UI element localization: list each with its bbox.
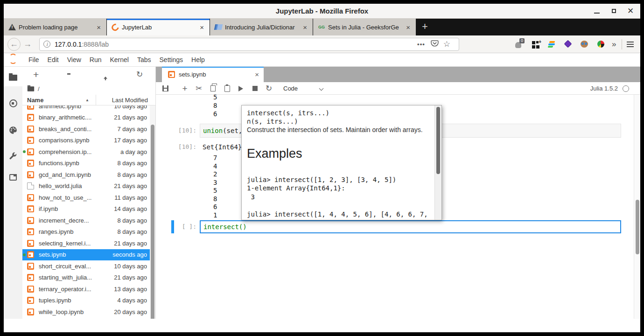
file-row[interactable]: comparisons.ipynb17 days ago <box>22 135 155 147</box>
menu-help[interactable]: Help <box>187 56 209 63</box>
file-name: comprehension.ip... <box>39 148 120 155</box>
menu-kernel[interactable]: Kernel <box>105 56 133 63</box>
column-name[interactable]: Name <box>27 97 43 104</box>
sort-ascending-icon[interactable]: ▲ <box>85 98 89 102</box>
file-modified: 8 days ago <box>117 217 147 224</box>
hamburger-menu-icon[interactable] <box>627 40 634 49</box>
property-inspector-icon[interactable] <box>4 152 22 161</box>
file-row[interactable]: gcd_and_lcm.ipynb8 days ago <box>22 169 155 181</box>
maximize-button[interactable] <box>609 6 619 16</box>
column-last-modified[interactable]: Last Modified <box>112 97 148 104</box>
browser-tab[interactable]: JupyterLab× <box>107 19 210 35</box>
close-tab-icon[interactable]: × <box>301 23 309 31</box>
close-tab-icon[interactable]: × <box>198 23 206 31</box>
save-button[interactable] <box>160 82 171 95</box>
browser-tab[interactable]: GGSets in Julia - GeeksforGe× <box>313 19 416 35</box>
file-list-scrollbar-thumb[interactable] <box>151 125 154 319</box>
file-row[interactable]: while.ipynb14 days ago <box>22 318 155 319</box>
file-row[interactable]: short_circuit_eval...10 days ago <box>22 260 155 272</box>
toolbar-separator <box>622 39 622 49</box>
add-cell-button[interactable]: + <box>179 82 190 95</box>
file-browser-tab-icon[interactable] <box>4 75 22 81</box>
kernel-running-dot <box>23 219 26 222</box>
breadcrumb-root[interactable]: / <box>38 85 40 92</box>
notebook-content: 586 [10]: union(set, [10]: Set{Int64} 74… <box>156 95 640 319</box>
menu-settings[interactable]: Settings <box>155 56 188 63</box>
browser-tab[interactable]: Problem loading page× <box>4 19 106 35</box>
file-row[interactable]: breaks_and_conti...7 days ago <box>22 123 155 135</box>
file-row[interactable]: sets.ipynbseconds ago <box>22 249 155 261</box>
file-row[interactable]: binary_arithmetic....21 days ago <box>22 112 155 124</box>
url-bar[interactable]: i 127.0.0.1 :8888/lab ••• ☆ <box>39 38 459 51</box>
file-row[interactable]: how_not_to_use_...11 days ago <box>22 192 155 203</box>
notebook-icon <box>27 240 34 247</box>
refresh-button[interactable]: ↻ <box>136 71 143 78</box>
back-button[interactable]: ← <box>7 38 21 51</box>
file-row[interactable]: selecting_kernel.i...21 days ago <box>22 238 155 249</box>
extension-badge-icon[interactable]: 0 <box>515 40 524 49</box>
notebook-tab[interactable]: sets.ipynb × <box>162 67 264 82</box>
open-tabs-icon[interactable] <box>4 174 22 181</box>
documentation-tooltip: intersect(s, itrs...) ∩(s, itrs...) Cons… <box>241 105 442 220</box>
extension-monkey-icon[interactable] <box>581 40 589 49</box>
notebook-scrollbar-thumb[interactable] <box>636 200 639 254</box>
menu-file[interactable]: File <box>24 56 43 63</box>
file-row[interactable]: tuples.ipynb4 days ago <box>22 295 155 307</box>
tooltip-scrollbar-thumb[interactable] <box>436 107 440 174</box>
pocket-icon[interactable] <box>431 39 443 49</box>
bookmark-star-icon[interactable]: ☆ <box>443 39 450 49</box>
extension-grid-icon[interactable]: + <box>532 40 540 49</box>
minimize-button[interactable] <box>592 6 602 16</box>
page-actions-icon[interactable]: ••• <box>417 41 425 48</box>
copy-cells-button[interactable] <box>207 82 218 95</box>
menu-tabs[interactable]: Tabs <box>133 56 155 63</box>
close-tab-icon[interactable]: × <box>404 23 412 31</box>
chevron-down-icon[interactable] <box>319 86 324 91</box>
cut-cells-button[interactable]: ✂ <box>193 82 204 95</box>
file-modified: 21 days ago <box>114 182 147 189</box>
file-row[interactable]: hello_world.julia21 days ago <box>22 181 155 192</box>
kernel-name[interactable]: Julia 1.5.2 <box>590 85 618 92</box>
titlebar: JupyterLab - Mozilla Firefox ✕ <box>4 4 640 19</box>
file-row[interactable]: while_loop.ipynb20 days ago <box>22 306 155 318</box>
restart-kernel-button[interactable]: ↻ <box>263 82 274 95</box>
file-row[interactable]: if.ipynb14 days ago <box>22 203 155 215</box>
browser-tab[interactable]: Introducing Julia/Dictionar× <box>210 19 313 35</box>
menu-edit[interactable]: Edit <box>43 56 63 63</box>
tooltip-heading: Examples <box>247 147 430 161</box>
kernel-running-dot <box>23 105 26 107</box>
file-row[interactable]: functions.ipynb8 days ago <box>22 158 155 169</box>
extension-diamond-icon[interactable] <box>564 40 573 49</box>
command-palette-icon[interactable] <box>4 126 22 134</box>
extension-swirl-icon[interactable] <box>597 40 605 49</box>
notebook-icon <box>27 171 34 178</box>
new-tab-button[interactable]: + <box>416 19 434 35</box>
stop-button[interactable] <box>249 82 260 95</box>
notebook-main-area: sets.ipynb × + ✂ ↻ Code Julia <box>156 67 640 319</box>
file-list-header: Name ▲ Last Modified <box>22 95 155 105</box>
file-row[interactable]: comprehension.ip...a day ago <box>22 146 155 158</box>
site-info-icon[interactable]: i <box>43 41 50 48</box>
forward-button[interactable]: → <box>21 38 35 51</box>
file-row[interactable]: ternary_operator.i...13 days ago <box>22 283 155 295</box>
root-folder-icon[interactable] <box>28 86 34 91</box>
extension-stripes-icon[interactable] <box>548 40 556 49</box>
file-row[interactable]: increment_decre...8 days ago <box>22 215 155 226</box>
running-sessions-icon[interactable] <box>4 99 22 107</box>
file-row[interactable]: starting_with_julia...21 days ago <box>22 272 155 284</box>
close-button[interactable]: ✕ <box>625 6 636 16</box>
menu-view[interactable]: View <box>63 56 85 63</box>
file-row[interactable]: ranges.ipynb8 days ago <box>22 226 155 238</box>
close-tab-icon[interactable]: × <box>255 70 259 78</box>
new-launcher-button[interactable]: + <box>33 70 39 79</box>
cell-type-dropdown[interactable]: Code <box>283 82 298 95</box>
close-tab-icon[interactable]: × <box>95 23 103 31</box>
notebook-tab-label: sets.ipynb <box>179 71 255 78</box>
paste-cells-button[interactable] <box>222 82 233 95</box>
run-button[interactable] <box>235 82 246 95</box>
menu-run[interactable]: Run <box>85 56 106 63</box>
breadcrumb: / <box>22 83 155 95</box>
file-row[interactable]: arithmetic.ipynb10 days ago <box>22 105 155 112</box>
code-input-active[interactable]: intersect() <box>200 220 621 233</box>
overflow-menu-icon[interactable]: » <box>612 40 616 49</box>
